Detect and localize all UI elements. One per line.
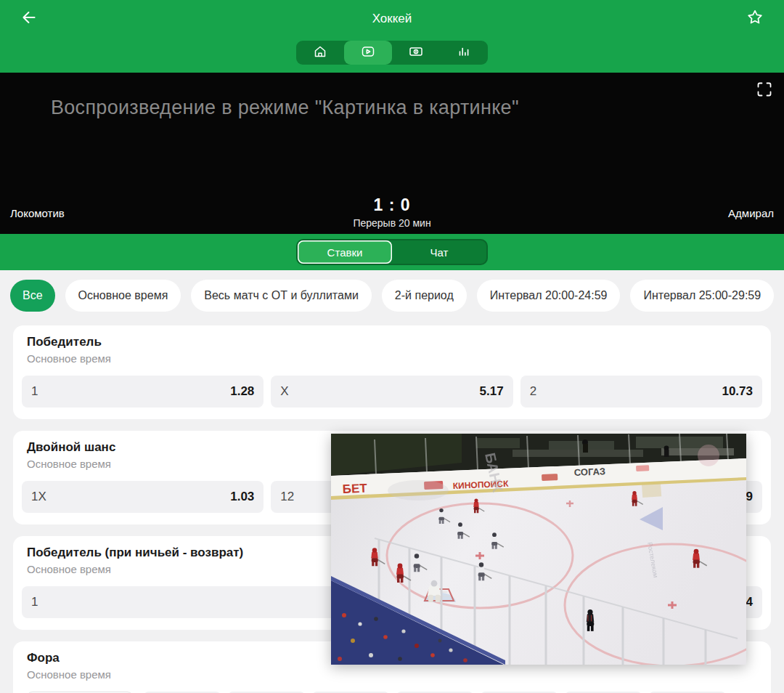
bar-chart-icon	[456, 44, 472, 62]
star-icon	[746, 8, 764, 30]
outcome-button[interactable]: X5.17	[271, 376, 513, 408]
outcome-label: X	[280, 384, 288, 399]
filter-chip[interactable]: Интервал 25:00-29:59	[630, 280, 774, 312]
outcome-odds: 5.17	[480, 384, 504, 399]
board-ad-sogaz: СОГАЗ	[573, 466, 605, 478]
fullscreen-button[interactable]	[754, 81, 775, 101]
pip-video-window[interactable]: БЕТ КИНОПОИСК СОГАЗ БАНК Ростелеком	[331, 434, 746, 665]
market-subtitle: Основное время	[22, 352, 762, 365]
filter-chip[interactable]: Все	[10, 280, 55, 312]
tab-chat[interactable]: Чат	[392, 240, 486, 264]
back-button[interactable]	[17, 7, 41, 31]
outcome-button[interactable]: 1X1.03	[22, 481, 264, 513]
outcome-button[interactable]: 11.28	[22, 376, 264, 408]
outcome-odds: 4	[746, 595, 753, 609]
outcome-label: 1	[31, 595, 38, 609]
outcome-odds: 10.73	[722, 384, 753, 399]
outcome-label: 12	[280, 490, 294, 504]
view-switcher	[296, 41, 488, 65]
nav-tab-home[interactable]	[296, 41, 344, 65]
arrow-left-icon	[20, 8, 38, 30]
outcome-label: 2	[530, 384, 536, 399]
outcome-odds: 1.28	[230, 384, 254, 399]
market-card: Победитель Основное время 11.28X5.17210.…	[13, 325, 771, 419]
app-header: Хоккей	[0, 0, 784, 73]
nav-tab-broadcast[interactable]	[344, 41, 392, 65]
scoreboard: 1 : 0 Перерыв 20 мин	[0, 195, 784, 229]
tab-bets[interactable]: Ставки	[298, 240, 392, 264]
filter-chip[interactable]: 2-й период	[382, 280, 467, 312]
market-title: Победитель	[22, 335, 762, 349]
fullscreen-icon	[755, 80, 774, 102]
outcomes-row: 11.28X5.17210.73	[22, 376, 762, 408]
hockey-broadcast-frame: БЕТ КИНОПОИСК СОГАЗ БАНК Ростелеком	[331, 434, 746, 665]
match-status: Перерыв 20 мин	[0, 217, 784, 229]
outcome-odds: 9	[746, 490, 753, 504]
outcome-odds: 1.03	[230, 490, 254, 504]
nav-tab-statistics[interactable]	[440, 41, 488, 65]
outcome-label: 1X	[31, 490, 46, 504]
bets-chat-band: Ставки Чат	[0, 234, 784, 270]
pip-mode-message: Воспроизведение в режиме "Картинка в кар…	[51, 97, 519, 119]
market-subtitle: Основное время	[22, 668, 762, 681]
banknote-icon	[408, 44, 424, 62]
nav-tab-markets[interactable]	[392, 41, 440, 65]
filter-chip[interactable]: Интервал 20:00-24:59	[477, 280, 621, 312]
favorite-button[interactable]	[743, 7, 767, 31]
filter-chip[interactable]: Основное время	[65, 280, 181, 312]
outcome-button[interactable]: 210.73	[520, 376, 762, 408]
board-ad-bet: БЕТ	[342, 482, 367, 496]
bets-chat-switcher: Ставки Чат	[296, 239, 488, 265]
home-icon	[312, 44, 328, 62]
page-title: Хоккей	[372, 12, 412, 26]
market-filter-bar: ВсеОсновное времяВесь матч с ОТ и буллит…	[0, 270, 784, 325]
play-icon	[360, 44, 376, 62]
outcome-label: 1	[31, 384, 38, 399]
filter-chip[interactable]: Весь матч с ОТ и буллитами	[191, 280, 372, 312]
app-screen: { "colors": { "primary_green": "#17a44b"…	[0, 0, 784, 693]
match-score: 1 : 0	[0, 195, 784, 215]
video-player[interactable]: Воспроизведение в режиме "Картинка в кар…	[0, 73, 784, 234]
